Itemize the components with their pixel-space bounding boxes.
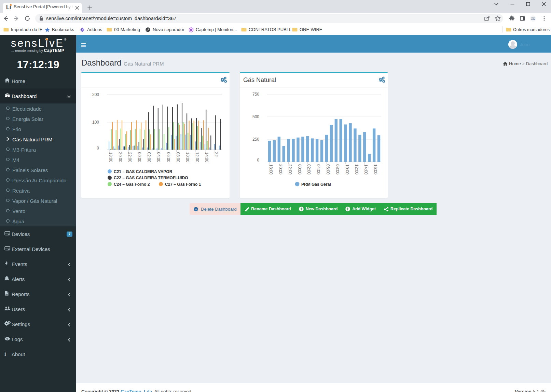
svg-text:10:00: 10:00 — [185, 152, 190, 163]
svg-text:08:00: 08:00 — [176, 152, 180, 163]
svg-text:02:00: 02:00 — [147, 152, 151, 163]
svg-text:16:00: 16:00 — [373, 164, 378, 174]
svg-text:750: 750 — [252, 92, 259, 97]
svg-text:cap: cap — [531, 17, 535, 19]
svg-text:06:00: 06:00 — [326, 164, 330, 174]
svg-text:12:00: 12:00 — [195, 152, 199, 163]
svg-text:250: 250 — [252, 137, 259, 142]
svg-text:C24 – Gás Forno 2: C24 – Gás Forno 2 — [114, 182, 150, 187]
svg-text:22:00: 22:00 — [288, 164, 292, 174]
svg-text:12:00: 12:00 — [354, 164, 359, 174]
svg-text:200: 200 — [92, 92, 99, 97]
svg-text:18:00: 18:00 — [268, 164, 273, 174]
svg-text:00:00: 00:00 — [297, 164, 302, 174]
svg-text:C22 – GAS CALDEIRA TERMOFLUIDO: C22 – GAS CALDEIRA TERMOFLUIDO — [114, 176, 188, 180]
svg-text:04:00: 04:00 — [156, 152, 161, 163]
svg-text:18:00: 18:00 — [108, 152, 113, 163]
svg-text:06:00: 06:00 — [166, 152, 171, 163]
svg-text:C21 – GAS CALDEIRA VAPOR: C21 – GAS CALDEIRA VAPOR — [114, 169, 173, 174]
svg-text:500: 500 — [252, 114, 259, 119]
svg-text:02:00: 02:00 — [306, 164, 311, 174]
svg-text:20:00: 20:00 — [278, 164, 283, 174]
svg-text:14:00: 14:00 — [204, 152, 209, 163]
svg-text:00:00: 00:00 — [137, 152, 142, 163]
svg-text:20:00: 20:00 — [118, 152, 123, 163]
svg-text:10:00: 10:00 — [345, 164, 349, 174]
svg-text:TEMP: TEMP — [531, 19, 535, 20]
svg-text:22: 22 — [214, 152, 219, 157]
svg-text:C27 – Gás Forno 1: C27 – Gás Forno 1 — [165, 182, 201, 187]
svg-text:100: 100 — [92, 120, 99, 125]
svg-text:22:00: 22:00 — [127, 152, 132, 163]
svg-text:04:00: 04:00 — [316, 164, 321, 174]
svg-text:0: 0 — [97, 146, 99, 151]
svg-text:PRM Gas Geral: PRM Gas Geral — [301, 182, 331, 187]
svg-text:08:00: 08:00 — [335, 164, 340, 174]
svg-text:14:00: 14:00 — [363, 164, 368, 174]
svg-text:0: 0 — [257, 158, 259, 163]
